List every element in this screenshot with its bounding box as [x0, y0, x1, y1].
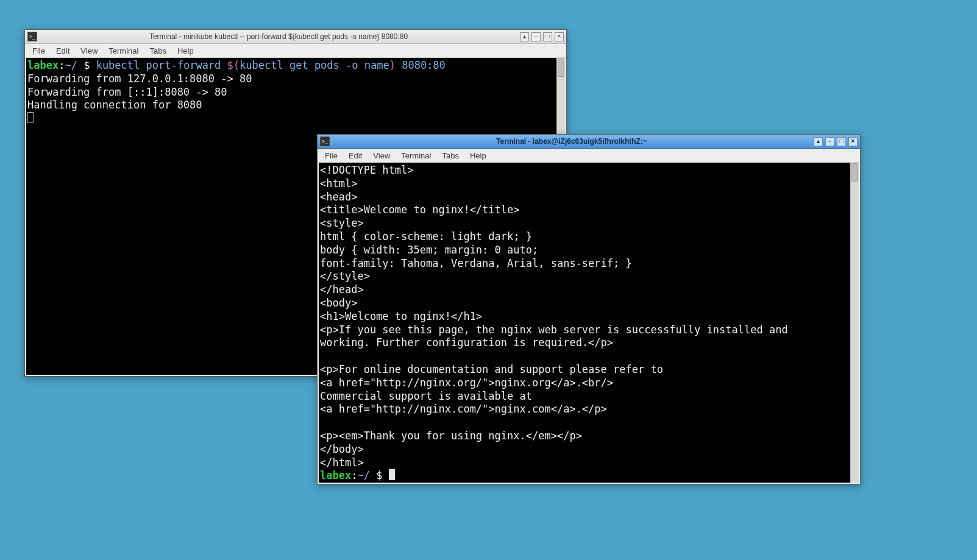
output-line: <title>Welcome to nginx!</title>	[320, 204, 520, 216]
output-line: <a href="http://nginx.org/">nginx.org</a…	[320, 377, 613, 389]
output-line: <a href="http://nginx.com/">nginx.com</a…	[320, 403, 607, 415]
output-line: <head>	[320, 191, 357, 203]
close-button[interactable]: ×	[555, 32, 564, 41]
shade-button[interactable]: ▴	[520, 32, 529, 41]
minimize-button[interactable]: –	[531, 32, 541, 41]
menu-help[interactable]: Help	[172, 45, 199, 57]
terminal-app-icon: >_	[320, 136, 330, 146]
titlebar[interactable]: >_ Terminal - minikube kubectl -- port-f…	[25, 30, 566, 44]
menu-tabs[interactable]: Tabs	[437, 150, 463, 161]
output-line: </body>	[320, 443, 364, 455]
output-line: <style>	[320, 217, 364, 229]
menu-tabs[interactable]: Tabs	[144, 45, 171, 57]
window-controls: ▴ – □ ×	[520, 32, 564, 41]
output-line: </html>	[320, 456, 364, 469]
command-substitution-open: $(	[227, 59, 240, 71]
scrollbar[interactable]	[850, 163, 859, 483]
output-line: Forwarding from 127.0.0.1:8080 -> 80	[27, 73, 252, 85]
prompt-sep: :	[351, 469, 357, 481]
output-line: <html>	[320, 177, 357, 190]
output-line: </style>	[320, 270, 370, 282]
output-line: </head>	[320, 283, 364, 296]
output-line: font-family: Tahoma, Verdana, Arial, san…	[320, 257, 632, 269]
maximize-button[interactable]: □	[543, 32, 552, 41]
maximize-button[interactable]: □	[837, 137, 846, 146]
output-line: <body>	[320, 297, 357, 309]
menubar: File Edit View Terminal Tabs Help	[318, 149, 860, 163]
output-line: html { color-scheme: light dark; }	[320, 230, 532, 243]
menu-edit[interactable]: Edit	[51, 45, 74, 57]
prompt-dollar: $	[77, 59, 96, 71]
window-controls: ▴ – □ ×	[814, 137, 858, 146]
command-part: kubectl get pods -o name	[240, 59, 389, 71]
prompt-dollar: $	[370, 469, 389, 481]
menubar: File Edit View Terminal Tabs Help	[25, 44, 566, 58]
cursor-icon	[389, 469, 395, 480]
menu-help[interactable]: Help	[465, 150, 491, 161]
command-part: 8080:80	[396, 59, 446, 71]
output-line: <p>If you see this page, the nginx web s…	[320, 324, 788, 336]
terminal-app-icon: >_	[27, 32, 37, 41]
terminal-output[interactable]: <!DOCTYPE html> <html> <head> <title>Wel…	[319, 163, 850, 483]
menu-file[interactable]: File	[27, 45, 50, 57]
menu-file[interactable]: File	[320, 150, 343, 161]
terminal-window-front: >_ Terminal - labex@iZj6c63uigk5ifhrolkh…	[317, 134, 861, 484]
menu-terminal[interactable]: Terminal	[104, 45, 143, 57]
menu-edit[interactable]: Edit	[344, 150, 367, 161]
prompt-cwd: ~/	[357, 469, 369, 481]
output-line: working. Further configuration is requir…	[320, 336, 613, 349]
output-line: Commercial support is available at	[320, 390, 532, 402]
prompt-cwd: ~/	[65, 59, 77, 71]
prompt-user: labex	[27, 59, 59, 71]
terminal-body-wrap: <!DOCTYPE html> <html> <head> <title>Wel…	[318, 163, 860, 484]
window-title: Terminal - minikube kubectl -- port-forw…	[41, 32, 516, 41]
window-title: Terminal - labex@iZj6c63uigk5ifhrolkhthZ…	[333, 137, 810, 146]
menu-terminal[interactable]: Terminal	[396, 150, 436, 161]
output-line: Forwarding from [::1]:8080 -> 80	[27, 86, 227, 98]
prompt-sep: :	[59, 59, 65, 71]
close-button[interactable]: ×	[848, 137, 858, 146]
menu-view[interactable]: View	[76, 45, 102, 57]
output-line: <p><em>Thank you for using nginx.</em></…	[320, 430, 582, 442]
output-line: <!DOCTYPE html>	[320, 164, 414, 176]
command-part: kubectl port-forward	[96, 59, 227, 71]
menu-view[interactable]: View	[368, 150, 395, 161]
command-substitution-close: )	[389, 59, 396, 71]
prompt-user: labex	[320, 469, 351, 481]
minimize-button[interactable]: –	[825, 137, 834, 146]
cursor-icon	[27, 112, 34, 123]
output-line: <p>For online documentation and support …	[320, 363, 663, 375]
output-line: <h1>Welcome to nginx!</h1>	[320, 310, 482, 322]
output-line: body { width: 35em; margin: 0 auto;	[320, 244, 538, 256]
output-line: Handling connection for 8080	[27, 99, 202, 111]
shade-button[interactable]: ▴	[814, 137, 823, 146]
titlebar[interactable]: >_ Terminal - labex@iZj6c63uigk5ifhrolkh…	[318, 135, 860, 149]
